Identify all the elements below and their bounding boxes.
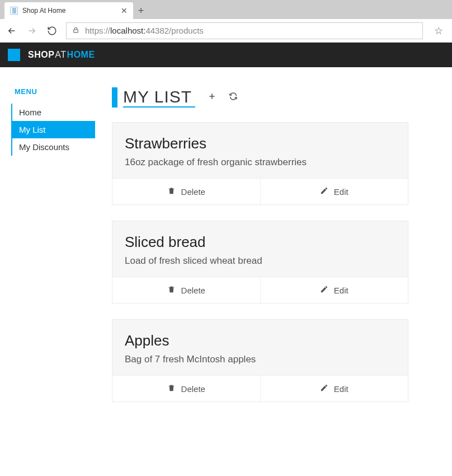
edit-label: Edit — [334, 286, 349, 295]
product-description: 16oz package of fresh organic strawberri… — [125, 157, 396, 168]
title-accent-bar — [112, 87, 117, 108]
product-card: ApplesBag of 7 fresh McIntosh applesDele… — [112, 319, 408, 402]
forward-button[interactable] — [26, 26, 38, 36]
product-description: Load of fresh sliced wheat bread — [125, 255, 396, 267]
menu-heading: MENU — [11, 87, 95, 96]
refresh-button[interactable] — [46, 26, 58, 36]
edit-button[interactable]: Edit — [261, 277, 408, 303]
refresh-list-button[interactable] — [229, 92, 238, 103]
back-button[interactable] — [6, 26, 18, 36]
product-description: Bag of 7 fresh McIntosh apples — [125, 354, 396, 365]
sidebar-item-my-discounts[interactable]: My Discounts — [12, 138, 95, 156]
delete-label: Delete — [181, 187, 205, 197]
trash-icon — [167, 384, 176, 394]
delete-button[interactable]: Delete — [112, 376, 261, 402]
product-name: Sliced bread — [125, 234, 396, 251]
favorite-button[interactable]: ☆ — [431, 25, 446, 37]
page-title: MY LIST — [123, 87, 195, 108]
edit-button[interactable]: Edit — [261, 179, 408, 204]
close-tab-icon[interactable]: ✕ — [121, 6, 128, 15]
favicon-icon — [10, 7, 18, 15]
edit-button[interactable]: Edit — [261, 376, 408, 402]
add-button[interactable] — [208, 92, 216, 103]
logo-icon — [8, 49, 20, 61]
new-tab-button[interactable]: + — [133, 2, 149, 19]
product-card: Strawberries16oz package of fresh organi… — [112, 122, 408, 205]
delete-button[interactable]: Delete — [112, 179, 261, 204]
trash-icon — [167, 285, 176, 295]
url-text: https://localhost:44382/products — [85, 26, 204, 35]
delete-label: Delete — [181, 286, 205, 295]
lock-icon — [72, 26, 79, 35]
tab-title: Shop At Home — [22, 7, 116, 15]
product-card: Sliced breadLoad of fresh sliced wheat b… — [112, 221, 408, 304]
app-header: SHOPATHOME — [0, 43, 452, 67]
edit-icon — [320, 285, 328, 295]
edit-label: Edit — [334, 187, 349, 197]
edit-label: Edit — [334, 384, 349, 394]
edit-icon — [320, 186, 328, 197]
brand-text: SHOPATHOME — [28, 50, 95, 60]
delete-label: Delete — [181, 384, 205, 394]
product-name: Apples — [125, 332, 396, 349]
address-bar[interactable]: https://localhost:44382/products — [66, 22, 423, 39]
sidebar: MENU Home My List My Discounts — [11, 87, 95, 418]
trash-icon — [167, 186, 176, 197]
sidebar-item-my-list[interactable]: My List — [12, 121, 95, 138]
delete-button[interactable]: Delete — [112, 277, 261, 303]
edit-icon — [320, 384, 328, 394]
svg-rect-0 — [74, 30, 78, 32]
product-name: Strawberries — [125, 135, 396, 152]
browser-tab[interactable]: Shop At Home ✕ — [4, 2, 133, 19]
sidebar-item-home[interactable]: Home — [12, 104, 95, 121]
main-content: MY LIST Strawberries16oz package of fres… — [112, 87, 408, 418]
browser-chrome: Shop At Home ✕ + https://localhost:44382… — [0, 0, 452, 43]
